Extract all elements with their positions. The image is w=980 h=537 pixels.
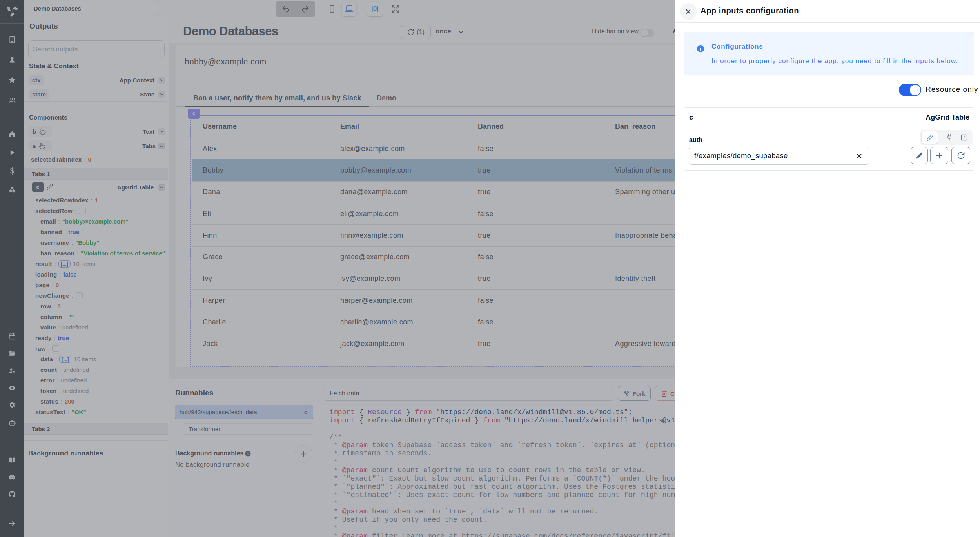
svg-text:f: f [964,135,965,140]
